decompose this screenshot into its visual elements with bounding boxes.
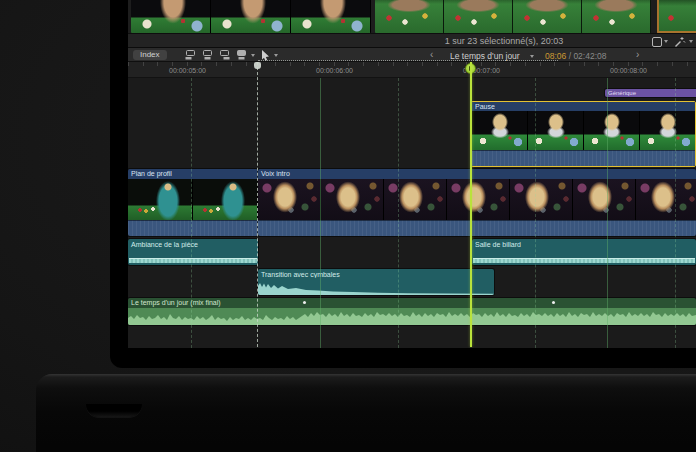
clip-audio-section	[258, 220, 696, 236]
selection-status: 1 sur 23 sélectionné(s), 20:03	[445, 36, 564, 46]
clip-filmstrip	[472, 111, 695, 150]
clip-ambiance[interactable]: Ambiance de la pièce	[128, 239, 258, 265]
index-button[interactable]: Index	[133, 50, 167, 60]
chevron-down-icon	[530, 55, 534, 58]
chevron-down-icon[interactable]	[251, 54, 255, 57]
ruler-label: 00:00:05:00	[169, 67, 206, 74]
audio-waveform	[129, 258, 257, 263]
chevron-down-icon[interactable]	[274, 54, 278, 57]
clip-salle-de-billard[interactable]: Salle de billard	[472, 239, 696, 265]
music-waveform-area	[128, 308, 696, 325]
next-project-button[interactable]: ›	[636, 49, 639, 60]
ruler-ticks	[128, 62, 696, 66]
connect-clip-icon[interactable]	[184, 50, 197, 60]
clip-plan-de-profil[interactable]: Plan de profil	[128, 169, 258, 236]
clip-title: Voix intro	[258, 169, 696, 179]
enhancements-icon[interactable]	[674, 36, 686, 48]
clip-title: Plan de profil	[128, 169, 258, 179]
clip-marker-icon	[303, 301, 306, 304]
append-clip-icon[interactable]	[218, 50, 231, 60]
browser-filmstrip-selected-partial[interactable]	[657, 0, 696, 33]
clip-title: Transition avec cymbales	[258, 269, 494, 278]
clip-pause[interactable]: Pause	[471, 101, 696, 167]
clip-filmstrip	[258, 179, 696, 221]
clip-generique[interactable]: Générique	[605, 89, 696, 97]
laptop-lid-notch	[86, 404, 142, 417]
browser-area	[128, 0, 696, 33]
marker-line	[257, 62, 258, 347]
insert-clip-icon[interactable]	[201, 50, 214, 60]
range-indicator	[258, 60, 558, 61]
clip-title: Salle de billard	[472, 239, 696, 248]
clip-marker-icon	[552, 301, 555, 304]
clip-transition-cymbales[interactable]: Transition avec cymbales	[258, 269, 494, 295]
fcp-window: 1 sur 23 sélectionné(s), 20:03 Index	[128, 0, 696, 348]
browser-filmstrip-dark-pool[interactable]	[131, 0, 371, 33]
guide-line-dashed	[675, 78, 676, 348]
clip-title: Le temps d'un jour (mix final)	[131, 299, 221, 306]
guide-line-dashed	[191, 78, 192, 348]
chevron-down-icon[interactable]	[689, 40, 693, 43]
timecode-total: 02:42:08	[573, 51, 606, 61]
audio-waveform	[473, 258, 695, 263]
overwrite-clip-icon[interactable]	[235, 50, 248, 60]
clip-title-bar: Le temps d'un jour (mix final)	[128, 298, 696, 308]
clip-audio-section	[472, 150, 695, 166]
laptop-screen-bezel: 1 sur 23 sélectionné(s), 20:03 Index	[110, 0, 696, 368]
timeline-ruler[interactable]: 00:00:05:00 00:00:06:00 00:00:07:00 00:0…	[128, 62, 696, 78]
guide-line-dashed	[398, 78, 399, 348]
clip-title: Pause	[472, 102, 695, 111]
clip-audio-section	[128, 220, 258, 236]
clip-voix-intro[interactable]: Voix intro	[258, 169, 696, 236]
guide-line-dashed	[535, 78, 536, 348]
audio-waveform	[258, 282, 494, 295]
previous-project-button[interactable]: ‹	[430, 49, 433, 60]
clip-filmstrip	[128, 179, 258, 221]
clip-appearance-icon[interactable]	[652, 37, 662, 47]
chevron-down-icon[interactable]	[664, 40, 668, 43]
clip-mix-final[interactable]: Le temps d'un jour (mix final)	[128, 298, 696, 325]
laptop-base	[36, 374, 696, 452]
browser-filmstrip-green-table[interactable]	[375, 0, 651, 33]
timeline[interactable]: Générique Pause Plan de profil Voix intr…	[128, 78, 696, 348]
guide-line-solid	[320, 78, 321, 348]
audio-waveform	[128, 308, 696, 325]
browser-status-bar: 1 sur 23 sélectionné(s), 20:03	[128, 33, 696, 48]
ruler-label: 00:00:06:00	[316, 67, 353, 74]
guide-line-solid	[607, 78, 608, 348]
ruler-label: 00:00:08:00	[610, 67, 647, 74]
clip-title: Ambiance de la pièce	[128, 239, 258, 248]
playhead[interactable]	[470, 62, 472, 347]
